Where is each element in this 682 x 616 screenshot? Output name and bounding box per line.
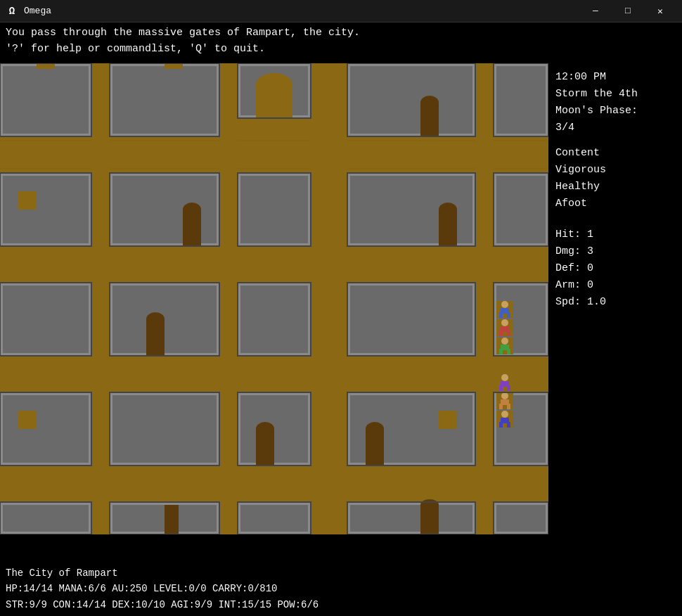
svg-rect-84 bbox=[499, 385, 503, 391]
svg-point-92 bbox=[501, 411, 508, 418]
svg-rect-67 bbox=[18, 411, 37, 429]
map-area[interactable] bbox=[0, 63, 548, 534]
svg-rect-90 bbox=[507, 404, 510, 409]
svg-rect-18 bbox=[0, 136, 548, 173]
svg-rect-111 bbox=[219, 63, 238, 534]
svg-rect-112 bbox=[311, 63, 347, 534]
sidebar-status4: Afoot bbox=[555, 195, 675, 212]
sidebar-status2: Vigorous bbox=[555, 162, 675, 179]
sidebar-stats: Hit: 1 Dmg: 3 Def: 0 Arm: 0 Spd: 1.0 bbox=[555, 226, 675, 311]
sidebar: 12:00 PM Storm the 4th Moon's Phase: 3/4… bbox=[548, 63, 682, 534]
svg-rect-53 bbox=[507, 312, 510, 318]
sidebar-dmg: Dmg: 3 bbox=[555, 243, 675, 260]
message-area: You pass through the massive gates of Ra… bbox=[0, 23, 682, 63]
status-line3: STR:9/9 CON:14/14 DEX:10/10 AGI:9/9 INT:… bbox=[6, 597, 676, 612]
svg-rect-57 bbox=[499, 331, 503, 336]
svg-rect-96 bbox=[0, 466, 548, 502]
svg-rect-101 bbox=[165, 505, 179, 534]
svg-rect-46 bbox=[350, 285, 472, 353]
sidebar-phase-label: Moon's Phase: bbox=[555, 103, 675, 120]
app-area: You pass through the massive gates of Ra… bbox=[0, 23, 682, 616]
svg-point-11 bbox=[256, 73, 292, 96]
svg-rect-52 bbox=[499, 312, 503, 318]
sidebar-spd: Spd: 1.0 bbox=[555, 294, 675, 311]
close-button[interactable]: ✕ bbox=[644, 0, 676, 23]
svg-rect-13 bbox=[350, 66, 472, 134]
svg-rect-94 bbox=[499, 422, 503, 428]
titlebar: Ω Omega — □ ✕ bbox=[0, 0, 682, 23]
svg-rect-85 bbox=[507, 385, 510, 391]
sidebar-status3: Healthy bbox=[555, 179, 675, 195]
window-controls[interactable]: — □ ✕ bbox=[579, 0, 676, 23]
sidebar-date: Storm the 4th bbox=[555, 86, 675, 103]
svg-point-15 bbox=[420, 96, 439, 110]
status-bar: The City of Rampart HP:14/14 MANA:6/6 AU… bbox=[0, 564, 682, 616]
sidebar-hit: Hit: 1 bbox=[555, 226, 675, 243]
svg-rect-44 bbox=[240, 285, 308, 353]
svg-rect-89 bbox=[499, 404, 503, 409]
svg-point-50 bbox=[501, 301, 508, 308]
svg-rect-62 bbox=[499, 349, 503, 354]
app-icon: Ω bbox=[6, 5, 18, 18]
sidebar-status1: Content bbox=[555, 145, 675, 162]
svg-point-55 bbox=[501, 319, 508, 326]
minimize-button[interactable]: — bbox=[579, 0, 612, 23]
message-line2: '?' for help or commandlist, 'Q' to quit… bbox=[6, 41, 676, 58]
svg-rect-7 bbox=[165, 63, 183, 69]
svg-point-27 bbox=[183, 203, 201, 217]
svg-rect-6 bbox=[112, 66, 217, 134]
maximize-button[interactable]: □ bbox=[612, 0, 644, 23]
svg-rect-3 bbox=[3, 66, 89, 134]
svg-point-82 bbox=[501, 374, 508, 381]
svg-rect-66 bbox=[3, 395, 89, 463]
message-line1: You pass through the massive gates of Ra… bbox=[6, 25, 676, 41]
window-title: Omega bbox=[24, 6, 579, 16]
svg-rect-35 bbox=[496, 176, 546, 243]
status-location: The City of Rampart bbox=[6, 565, 676, 581]
svg-rect-29 bbox=[240, 176, 308, 243]
svg-rect-78 bbox=[439, 411, 457, 429]
svg-rect-36 bbox=[0, 246, 548, 283]
svg-rect-63 bbox=[507, 349, 510, 354]
svg-point-77 bbox=[366, 422, 384, 436]
svg-rect-17 bbox=[496, 66, 546, 134]
svg-point-87 bbox=[501, 392, 508, 399]
sidebar-phase-value: 3/4 bbox=[555, 120, 675, 136]
svg-rect-110 bbox=[91, 63, 110, 534]
sidebar-arm: Arm: 0 bbox=[555, 277, 675, 294]
game-content: 12:00 PM Storm the 4th Moon's Phase: 3/4… bbox=[0, 63, 682, 564]
map-svg bbox=[0, 63, 548, 534]
svg-rect-105 bbox=[350, 505, 472, 532]
sidebar-time: 12:00 PM bbox=[555, 69, 675, 86]
svg-rect-103 bbox=[240, 505, 308, 532]
svg-point-107 bbox=[420, 499, 439, 511]
svg-rect-22 bbox=[3, 176, 89, 243]
svg-rect-23 bbox=[18, 191, 37, 210]
svg-rect-95 bbox=[507, 422, 510, 428]
svg-rect-113 bbox=[475, 63, 494, 534]
sidebar-def: Def: 0 bbox=[555, 260, 675, 277]
svg-rect-98 bbox=[3, 505, 89, 532]
svg-point-42 bbox=[146, 312, 165, 326]
svg-point-33 bbox=[439, 203, 457, 217]
svg-rect-69 bbox=[112, 395, 217, 463]
svg-rect-58 bbox=[507, 331, 510, 336]
status-line2: HP:14/14 MANA:6/6 AU:250 LEVEL:0/0 CARRY… bbox=[6, 581, 676, 596]
svg-point-60 bbox=[501, 338, 508, 345]
svg-rect-109 bbox=[496, 505, 546, 532]
svg-point-73 bbox=[256, 422, 274, 436]
svg-rect-38 bbox=[3, 285, 89, 353]
svg-rect-64 bbox=[0, 356, 548, 392]
svg-rect-4 bbox=[37, 63, 55, 69]
